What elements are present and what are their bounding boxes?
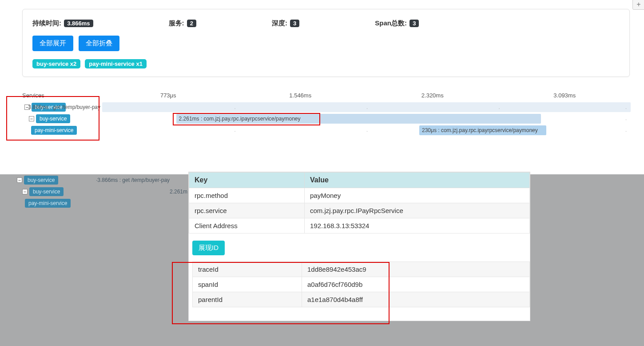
span-bar[interactable]: 230μs : com.jzj.pay.rpc.ipayrpcservice/p… <box>419 125 546 135</box>
tag-key: rpc.service <box>189 203 305 218</box>
expand-all-button[interactable]: 全部展开 <box>32 36 73 51</box>
summary-row: 持续时间: 3.866ms 服务: 2 深度: 3 Span总数: 3 <box>32 19 620 28</box>
tag-value: com.jzj.pay.rpc.IPayRpcService <box>305 203 530 218</box>
chip-row: buy-service x2 pay-mini-service x1 <box>32 59 620 68</box>
trace-summary-card: 持续时间: 3.866ms 服务: 2 深度: 3 Span总数: 3 全部展开… <box>22 9 630 77</box>
span-bar-label: 230μs : com.jzj.pay.rpc.ipayrpcservice/p… <box>422 127 538 133</box>
span-row[interactable]: pay-mini-service 230μs : com.jzj.pay.rpc… <box>0 125 631 136</box>
summary-duration: 持续时间: 3.866ms <box>32 19 93 28</box>
id-key: parentId <box>193 292 302 307</box>
summary-depth: 深度: 3 <box>272 19 299 28</box>
span-row[interactable]: − buy-service 2.261ms : com.jzj.pay.rpc.… <box>0 113 631 125</box>
chip-buy-service[interactable]: buy-service x2 <box>32 59 80 68</box>
id-key: traceId <box>193 262 302 277</box>
tree-node[interactable]: − buy-service <box>0 114 102 123</box>
ids-table: traceId 1dd8e8942e453ac9 spanId a0af6d76… <box>192 262 530 307</box>
show-id-button[interactable]: 展现ID <box>192 241 225 255</box>
span-bar-area: 3.866ms : get /temp/buyer-pay . . . . <box>102 101 631 113</box>
tree-node[interactable]: pay-mini-service <box>0 126 102 135</box>
timeline-header: Services 773μs 1.546ms 2.320ms 3.093ms <box>0 89 631 101</box>
span-bar-area: 2.261ms : com.jzj.pay.rpc.ipayrpcservice… <box>102 113 631 125</box>
span-row[interactable]: − buy-service 3.866ms : get /temp/buyer-… <box>0 101 631 113</box>
id-value: a1e1a870d4b4a8ff <box>302 292 530 307</box>
tick-1: 773μs <box>102 92 235 99</box>
service-tag: buy-service <box>36 114 70 123</box>
id-value: a0af6d76cf760d9b <box>302 277 530 292</box>
span-bar-area: 230μs : com.jzj.pay.rpc.ipayrpcservice/p… <box>102 125 631 136</box>
chip-pay-mini-service[interactable]: pay-mini-service x1 <box>85 59 147 68</box>
span-bar-label: 2.261ms : com.jzj.pay.rpc.ipayrpcservice… <box>179 116 301 122</box>
timeline: Services 773μs 1.546ms 2.320ms 3.093ms −… <box>0 89 631 136</box>
tick-4: 3.093ms <box>499 92 631 99</box>
tick-3: 2.320ms <box>366 92 499 99</box>
summary-spans: Span总数: 3 <box>375 19 419 28</box>
action-row: 全部展开 全部折叠 <box>32 36 620 51</box>
table-row: Client Address 192.168.3.13:53324 <box>189 218 530 233</box>
summary-duration-label: 持续时间: <box>32 19 61 27</box>
span-bar[interactable]: 2.261ms : com.jzj.pay.rpc.ipayrpcservice… <box>176 114 541 124</box>
table-row: spanId a0af6d76cf760d9b <box>193 277 530 292</box>
id-key: spanId <box>193 277 302 292</box>
span-bar-label: 3.866ms : get /temp/buyer-pay <box>28 104 100 110</box>
tag-value: payMoney <box>305 188 530 203</box>
table-row: traceId 1dd8e8942e453ac9 <box>193 262 530 277</box>
span-label: 2.261m <box>94 189 187 195</box>
tag-value: 192.168.3.13:53324 <box>305 218 530 233</box>
service-tag: buy-service <box>24 176 58 185</box>
summary-depth-label: 深度: <box>272 19 287 27</box>
service-tag: buy-service <box>29 187 64 196</box>
summary-services-value: 2 <box>187 20 196 27</box>
collapse-all-button[interactable]: 全部折叠 <box>79 36 119 51</box>
table-row: rpc.method payMoney <box>189 188 530 203</box>
id-value: 1dd8e8942e453ac9 <box>302 262 530 277</box>
table-row: parentId a1e1a870d4b4a8ff <box>193 292 530 307</box>
span-detail-panel: Key Value rpc.method payMoney rpc.servic… <box>188 172 530 321</box>
table-row: rpc.service com.jzj.pay.rpc.IPayRpcServi… <box>189 203 530 218</box>
tags-value-header: Value <box>305 173 530 188</box>
tags-table: Key Value rpc.method payMoney rpc.servic… <box>189 172 530 233</box>
tick-2: 1.546ms <box>235 92 367 99</box>
tags-key-header: Key <box>189 173 305 188</box>
tag-key: Client Address <box>189 218 305 233</box>
span-label: ·3.866ms : get /temp/buyer-pay <box>94 177 170 183</box>
collapse-icon[interactable]: − <box>29 116 34 121</box>
tag-key: rpc.method <box>189 188 305 203</box>
service-tag: pay-mini-service <box>31 126 77 135</box>
plus-icon: + <box>636 0 640 8</box>
new-tab-button[interactable]: + <box>632 0 644 10</box>
summary-services: 服务: 2 <box>169 19 196 28</box>
collapse-icon[interactable]: − <box>17 177 22 183</box>
span-bar[interactable]: 3.866ms : get /temp/buyer-pay . . . . <box>102 102 631 112</box>
collapse-icon[interactable]: − <box>22 189 28 194</box>
summary-duration-value: 3.866ms <box>64 20 93 27</box>
summary-spans-value: 3 <box>409 20 419 27</box>
summary-services-label: 服务: <box>169 19 184 27</box>
summary-spans-label: Span总数: <box>375 19 407 27</box>
summary-depth-value: 3 <box>290 20 299 27</box>
services-column-header: Services <box>0 92 102 99</box>
service-tag: pay-mini-service <box>25 199 71 208</box>
